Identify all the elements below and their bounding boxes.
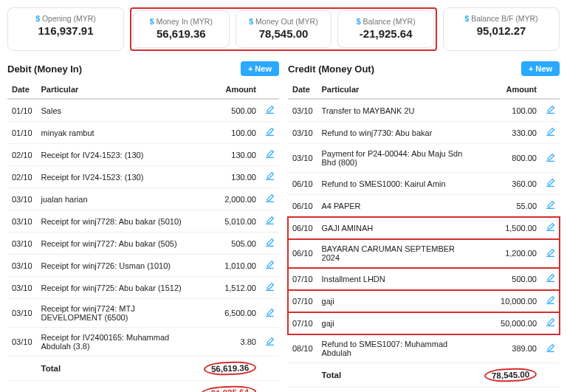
- edit-icon[interactable]: [265, 149, 275, 159]
- col-amount: Amount: [187, 80, 261, 99]
- edit-icon[interactable]: [265, 127, 275, 137]
- cell-amount: 330.00: [475, 122, 541, 144]
- cell-particular: Refund to SMES1007: Muhammad Abdulah: [317, 334, 475, 363]
- cell-date: 07/10: [288, 312, 317, 334]
- cell-amount: 100.00: [187, 122, 261, 144]
- credit-total-value: 78,545.00: [484, 368, 537, 382]
- cell-date: 07/10: [288, 268, 317, 290]
- card-opening: $ Opening (MYR) 116,937.91: [7, 7, 124, 51]
- opening-value: 116,937.91: [16, 24, 116, 37]
- balance-label: Balance (MYR): [362, 17, 415, 26]
- cell-date: 03/10: [7, 188, 37, 210]
- col-particular: Particular: [37, 80, 188, 99]
- card-balance: $ Balance (MYR) -21,925.64: [337, 10, 434, 48]
- card-balance-bf: $ Balance B/F (MYR) 95,012.27: [443, 7, 560, 51]
- money-out-value: 78,545.00: [244, 27, 324, 40]
- edit-icon[interactable]: [546, 273, 555, 283]
- cell-particular: Receipt for winj7727: Abu bakar (505): [37, 233, 188, 255]
- edit-icon[interactable]: [265, 260, 275, 269]
- edit-icon[interactable]: [265, 238, 275, 247]
- card-money-out: $ Money Out (MYR) 78,545.00: [236, 10, 332, 48]
- cell-date: 03/10: [7, 255, 37, 277]
- cell-amount: 5,010.00: [187, 210, 261, 233]
- edit-icon[interactable]: [546, 317, 555, 327]
- opening-label: Opening (MYR): [42, 14, 96, 23]
- debit-table: Date Particular Amount 01/10Sales500.000…: [7, 80, 279, 392]
- table-row: 03/10Receipt for winj7728: Abu bakar (50…: [7, 210, 279, 233]
- cell-date: 06/10: [288, 239, 317, 268]
- debit-column: Debit (Money In) + New Date Particular A…: [7, 61, 279, 392]
- edit-icon[interactable]: [546, 105, 555, 114]
- table-row: 03/10Transfer to MAYBANK 2U100.00: [288, 99, 560, 122]
- cell-amount: 50,000.00: [475, 312, 541, 334]
- cell-amount: 360.00: [475, 173, 541, 195]
- debit-bal-label: BAL: [37, 381, 188, 393]
- balance-bf-label: Balance B/F (MYR): [471, 14, 537, 23]
- new-debit-button[interactable]: + New: [241, 61, 279, 76]
- new-credit-button[interactable]: + New: [521, 61, 560, 76]
- cell-date: 06/10: [288, 217, 317, 239]
- cell-date: 06/10: [288, 173, 317, 195]
- cell-date: 02/10: [7, 144, 37, 166]
- cell-date: 03/10: [7, 210, 37, 233]
- table-row: 03/10Receipt for winj7725: Abu bakar (15…: [7, 277, 279, 299]
- cell-amount: 1,512.00: [187, 277, 261, 299]
- edit-icon[interactable]: [265, 282, 275, 292]
- cell-particular: A4 PAPER: [317, 195, 475, 217]
- cell-particular: BAYARAN CARUMAN SEPTEMBER 2024: [317, 239, 475, 268]
- cell-particular: jualan harian: [37, 188, 188, 210]
- cell-particular: Receipt for winj7726: Usman (1010): [37, 255, 188, 277]
- cell-particular: GAJI AMINAH: [317, 217, 475, 239]
- edit-icon[interactable]: [265, 105, 275, 114]
- table-row: 06/10BAYARAN CARUMAN SEPTEMBER 20241,200…: [288, 239, 560, 268]
- credit-table: Date Particular Amount 03/10Transfer to …: [288, 80, 560, 392]
- cell-date: 03/10: [7, 233, 37, 255]
- cell-amount: 505.00: [187, 233, 261, 255]
- debit-total-value: 56,619.36: [204, 361, 257, 376]
- edit-icon[interactable]: [265, 216, 275, 225]
- edit-icon[interactable]: [546, 343, 555, 353]
- cell-particular: Installment LHDN: [317, 268, 475, 290]
- cell-particular: Sales: [37, 99, 188, 122]
- table-row: 03/10Receipt for winj7727: Abu bakar (50…: [7, 233, 279, 255]
- cell-date: 03/10: [7, 277, 37, 299]
- edit-icon[interactable]: [265, 171, 275, 181]
- cell-particular: Receipt for winj7725: Abu bakar (1512): [37, 277, 188, 299]
- edit-icon[interactable]: [546, 222, 555, 232]
- edit-icon[interactable]: [265, 337, 275, 346]
- table-row: 07/10gaji50,000.00: [288, 312, 560, 334]
- col-particular: Particular: [317, 80, 475, 99]
- cell-particular: Receipt for IV2400165: Muhammad Abdulah …: [37, 328, 188, 357]
- cell-date: 02/10: [7, 166, 37, 188]
- cell-particular: Receipt for winj7728: Abu bakar (5010): [37, 210, 188, 233]
- table-row: 03/10Receipt for winj7726: Usman (1010)1…: [7, 255, 279, 277]
- table-row: 02/10Receipt for IV24-1523: (130)130.00: [7, 144, 279, 166]
- edit-icon[interactable]: [546, 153, 555, 162]
- cell-amount: 500.00: [475, 268, 541, 290]
- edit-icon[interactable]: [546, 295, 555, 305]
- cell-amount: 500.00: [187, 99, 261, 122]
- cell-particular: Payment for P24-00044: Abu Maju Sdn Bhd …: [317, 144, 475, 173]
- cell-amount: 130.00: [187, 166, 261, 188]
- cell-date: 06/10: [288, 195, 317, 217]
- table-row: 08/10Refund to SMES1007: Muhammad Abdula…: [288, 334, 560, 363]
- cell-date: 01/10: [7, 99, 37, 122]
- edit-icon[interactable]: [265, 308, 275, 317]
- edit-icon[interactable]: [546, 178, 555, 188]
- col-date: Date: [288, 80, 317, 99]
- balance-value: -21,925.64: [346, 27, 426, 40]
- table-row: 06/10A4 PAPER55.00: [288, 195, 560, 217]
- money-in-label: Money In (MYR): [157, 17, 213, 26]
- cell-amount: 1,500.00: [475, 217, 541, 239]
- balance-bf-value: 95,012.27: [451, 24, 551, 37]
- edit-icon[interactable]: [546, 127, 555, 137]
- edit-icon[interactable]: [265, 193, 275, 203]
- cell-amount: 10,000.00: [475, 290, 541, 312]
- cell-amount: 3.80: [187, 328, 261, 357]
- cell-date: 08/10: [288, 334, 317, 363]
- edit-icon[interactable]: [546, 200, 555, 210]
- debit-title: Debit (Money In): [7, 63, 82, 75]
- edit-icon[interactable]: [546, 248, 555, 258]
- table-row: 01/10Sales500.00: [7, 99, 279, 122]
- money-out-label: Money Out (MYR): [255, 17, 318, 26]
